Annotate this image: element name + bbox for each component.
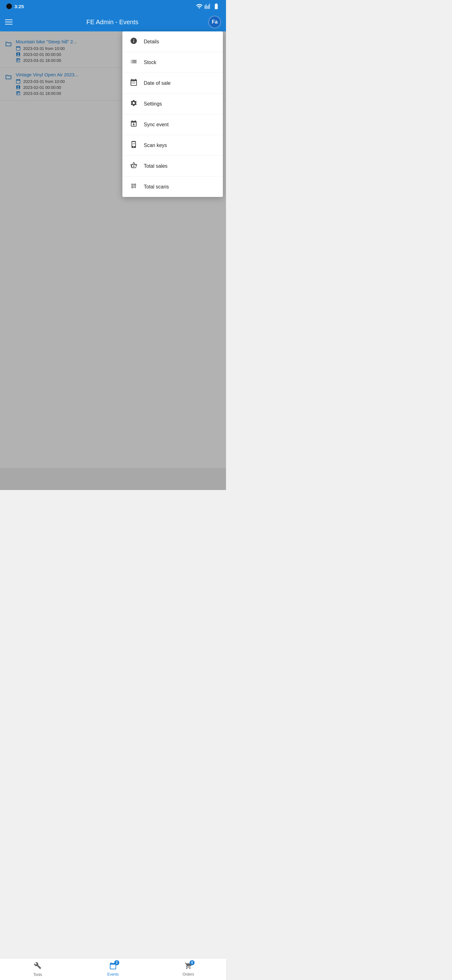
menu-stock-label: Stock xyxy=(144,60,156,65)
battery-icon xyxy=(213,3,220,10)
signal-icon xyxy=(205,3,211,10)
home-button xyxy=(6,3,12,9)
menu-date-of-sale-label: Date of sale xyxy=(144,80,170,86)
menu-item-total-sales[interactable]: Total sales xyxy=(122,156,223,177)
menu-button[interactable] xyxy=(5,16,16,28)
menu-item-details[interactable]: Details xyxy=(122,32,223,52)
menu-item-settings[interactable]: Settings xyxy=(122,94,223,115)
settings-gear-icon xyxy=(130,99,138,108)
sync-calendar-icon xyxy=(130,120,138,129)
status-time: 3:25 xyxy=(14,4,24,9)
menu-item-date-of-sale[interactable]: Date of sale xyxy=(122,73,223,94)
scan-key-icon xyxy=(130,141,138,150)
hamburger-line-3 xyxy=(5,24,13,24)
hamburger-line-2 xyxy=(5,22,13,22)
page-title: FE Admin - Events xyxy=(86,19,138,26)
menu-item-sync-event[interactable]: Sync event xyxy=(122,115,223,135)
menu-item-stock[interactable]: Stock xyxy=(122,52,223,73)
hamburger-line-1 xyxy=(5,19,13,20)
menu-total-scans-label: Total scans xyxy=(144,184,169,190)
menu-item-total-scans[interactable]: Total scans xyxy=(122,177,223,197)
qr-scan-icon xyxy=(130,182,138,191)
avatar-button[interactable]: Fa xyxy=(208,16,221,28)
status-icons xyxy=(196,3,220,10)
shopping-basket-icon xyxy=(130,161,138,170)
calendar-grid-icon xyxy=(130,78,138,88)
wifi-icon xyxy=(196,3,203,10)
info-icon xyxy=(130,37,138,46)
menu-details-label: Details xyxy=(144,39,159,45)
avatar-label: Fa xyxy=(212,19,218,25)
list-icon xyxy=(130,58,138,67)
menu-item-scan-keys[interactable]: Scan keys xyxy=(122,135,223,156)
status-bar-left: 3:25 xyxy=(6,3,24,9)
menu-settings-label: Settings xyxy=(144,101,162,107)
menu-scan-keys-label: Scan keys xyxy=(144,143,167,148)
menu-sync-event-label: Sync event xyxy=(144,122,168,127)
menu-total-sales-label: Total sales xyxy=(144,163,168,169)
context-menu: Details Stock Date of sale Settings xyxy=(122,32,223,197)
app-bar: FE Admin - Events Fa xyxy=(0,13,226,32)
status-bar: 3:25 xyxy=(0,0,226,13)
